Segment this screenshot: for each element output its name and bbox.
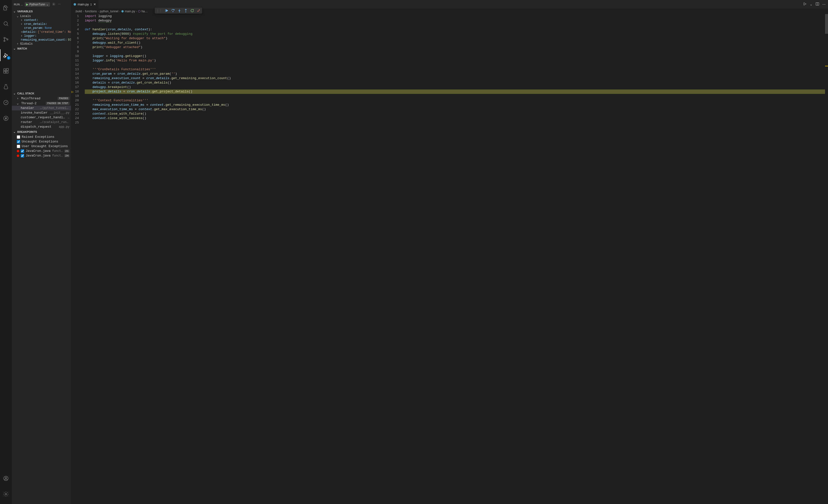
stack-frame[interactable]: invoke_handler__init__.py bbox=[12, 111, 71, 115]
disconnect-button[interactable] bbox=[197, 9, 201, 12]
stack-frame[interactable]: dispatch_requestapp.py bbox=[12, 124, 71, 129]
breakpoint-checkbox[interactable] bbox=[21, 149, 24, 153]
line-number[interactable]: 6 bbox=[71, 36, 79, 41]
code-line[interactable]: remaining_execution_time_ms = context.ge… bbox=[85, 103, 825, 107]
close-icon[interactable]: ✕ bbox=[93, 2, 96, 6]
tab-main-py[interactable]: ⬢ main.py 1 ✕ bbox=[71, 0, 99, 9]
line-number[interactable]: 8 bbox=[71, 45, 79, 49]
code-line[interactable]: import debugpy bbox=[85, 18, 825, 23]
line-number[interactable]: 1 bbox=[71, 14, 79, 18]
line-number[interactable]: 21 bbox=[71, 103, 79, 107]
debug-toolbar[interactable]: ⋮⋮ bbox=[155, 8, 202, 13]
line-number[interactable]: 3 bbox=[71, 23, 79, 27]
code-line[interactable]: debugpy.listen(9000) #specify the port f… bbox=[85, 32, 825, 36]
line-number[interactable]: 14 bbox=[71, 72, 79, 76]
variables-header[interactable]: ⌄ Variables bbox=[12, 9, 71, 14]
breakpoint-checkbox[interactable] bbox=[17, 145, 20, 148]
line-number[interactable]: 7 bbox=[71, 41, 79, 45]
code-line[interactable]: remaining_execution_count = cron_details… bbox=[85, 76, 825, 81]
continue-button[interactable] bbox=[165, 9, 169, 12]
code-line[interactable]: max_execution_time_ms = context.get_max_… bbox=[85, 107, 825, 112]
line-number[interactable]: 16 bbox=[71, 81, 79, 85]
line-number[interactable]: 15 bbox=[71, 76, 79, 81]
breakpoint-checkbox[interactable] bbox=[17, 135, 20, 139]
code-line[interactable]: cron_param = cron_details.get_cron_param… bbox=[85, 72, 825, 76]
callstack-header[interactable]: ⌄ Call Stack bbox=[12, 91, 71, 96]
code-line[interactable]: '''CronDetails Functionalities''' bbox=[85, 67, 825, 72]
step-into-button[interactable] bbox=[177, 9, 181, 12]
variable-row[interactable]: ›logger: bbox=[12, 34, 71, 38]
scrollbar-thumb[interactable] bbox=[825, 14, 828, 34]
settings-icon[interactable] bbox=[0, 488, 12, 500]
code-line[interactable]: import logging bbox=[85, 14, 825, 18]
extensions-icon[interactable] bbox=[0, 65, 12, 77]
breakpoints-header[interactable]: ⌄ Breakpoints bbox=[12, 129, 71, 134]
watch-header[interactable]: ⌄ Watch bbox=[12, 46, 71, 51]
variable-row[interactable]: remaining_execution_count: 933 bbox=[12, 38, 71, 42]
restart-button[interactable] bbox=[190, 9, 194, 12]
breadcrumbs[interactable]: .build› functions› python_tunnel› ⬢ main… bbox=[71, 9, 828, 14]
variable-row[interactable]: ›details: {'created_time': Non… bbox=[12, 30, 71, 34]
locals-header[interactable]: ⌄Locals bbox=[12, 14, 71, 18]
code-line[interactable]: print("Waiting for debugger to attach") bbox=[85, 36, 825, 41]
line-number[interactable]: 25 bbox=[71, 121, 79, 125]
exception-breakpoint[interactable]: Uncaught Exceptions bbox=[12, 139, 71, 144]
step-out-button[interactable] bbox=[184, 9, 188, 12]
breakpoint-checkbox[interactable] bbox=[21, 154, 24, 158]
code-line[interactable]: debugpy.wait_for_client() bbox=[85, 41, 825, 45]
code-line[interactable]: '''Context Functionalities''' bbox=[85, 98, 825, 103]
code-line[interactable]: logger = logging.getLogger() bbox=[85, 54, 825, 58]
line-number[interactable]: 24 bbox=[71, 116, 79, 121]
code-line[interactable] bbox=[85, 94, 825, 98]
line-number[interactable]: 20 bbox=[71, 98, 79, 103]
file-breakpoint[interactable]: JavaCron.javafunctions/…21 bbox=[12, 149, 71, 153]
debug-config-selector[interactable]: ▶ PythonTunn ⌄ bbox=[25, 2, 50, 7]
line-number[interactable]: 18▷ bbox=[71, 89, 79, 94]
breakpoint-checkbox[interactable] bbox=[17, 140, 20, 143]
thread-row[interactable]: ⌄Thread-2PAUSED ON STEP bbox=[12, 101, 71, 106]
run-file-icon[interactable] bbox=[803, 2, 807, 7]
gear-icon[interactable] bbox=[51, 2, 56, 7]
variable-row[interactable]: cron_param: None bbox=[12, 26, 71, 30]
line-number[interactable]: 5 bbox=[71, 32, 79, 36]
more-icon[interactable]: ⋯ bbox=[822, 2, 826, 6]
code-line[interactable]: debugpy.breakpoint() bbox=[85, 85, 825, 89]
line-number[interactable]: 19 bbox=[71, 94, 79, 98]
code-line[interactable]: logger.info('Hello from main.py') bbox=[85, 58, 825, 63]
code-line[interactable]: print("debugger attached") bbox=[85, 45, 825, 49]
line-number[interactable]: 22 bbox=[71, 107, 79, 112]
testing-icon[interactable] bbox=[0, 81, 12, 93]
line-number[interactable]: 23 bbox=[71, 112, 79, 116]
line-number[interactable]: 12 bbox=[71, 63, 79, 67]
code-line[interactable]: project_details = cron_details.get_proje… bbox=[85, 89, 825, 94]
search-icon[interactable] bbox=[0, 18, 12, 30]
watch-body[interactable] bbox=[12, 51, 71, 91]
run-debug-icon[interactable]: 1 bbox=[0, 49, 12, 61]
thread-row[interactable]: ›MainThreadPAUSED bbox=[12, 96, 71, 101]
explorer-icon[interactable] bbox=[0, 2, 12, 14]
code-line[interactable]: details = cron_details.get_cron_details(… bbox=[85, 81, 825, 85]
line-number[interactable]: 4 bbox=[71, 27, 79, 32]
stack-frame[interactable]: handler…/python_tunnel/… bbox=[12, 106, 71, 111]
bolt-icon[interactable] bbox=[0, 112, 12, 124]
code-line[interactable]: context.close_with_failure() bbox=[85, 112, 825, 116]
more-icon[interactable]: ⋯ bbox=[57, 2, 61, 6]
source-control-icon[interactable] bbox=[0, 34, 12, 45]
code-line[interactable] bbox=[85, 49, 825, 54]
exception-breakpoint[interactable]: User Uncaught Exceptions bbox=[12, 144, 71, 149]
line-number[interactable]: 9 bbox=[71, 49, 79, 54]
code-line[interactable] bbox=[85, 23, 825, 27]
variable-row[interactable]: ›context: bbox=[12, 18, 71, 22]
code-line[interactable]: def handler(cron_details, context): bbox=[85, 27, 825, 32]
exception-breakpoint[interactable]: Raised Exceptions bbox=[12, 134, 71, 139]
code-editor[interactable]: 123456789101112131415161718▷192021222324… bbox=[71, 14, 828, 504]
code-line[interactable] bbox=[85, 63, 825, 67]
line-number[interactable]: 2 bbox=[71, 18, 79, 23]
code-line[interactable]: context.close_with_success() bbox=[85, 116, 825, 121]
split-editor-icon[interactable] bbox=[816, 2, 819, 7]
line-number[interactable]: 10 bbox=[71, 54, 79, 58]
line-number[interactable]: 11 bbox=[71, 58, 79, 63]
dashboard-icon[interactable] bbox=[0, 97, 12, 109]
line-number[interactable]: 17 bbox=[71, 85, 79, 89]
line-number[interactable]: 13 bbox=[71, 67, 79, 72]
